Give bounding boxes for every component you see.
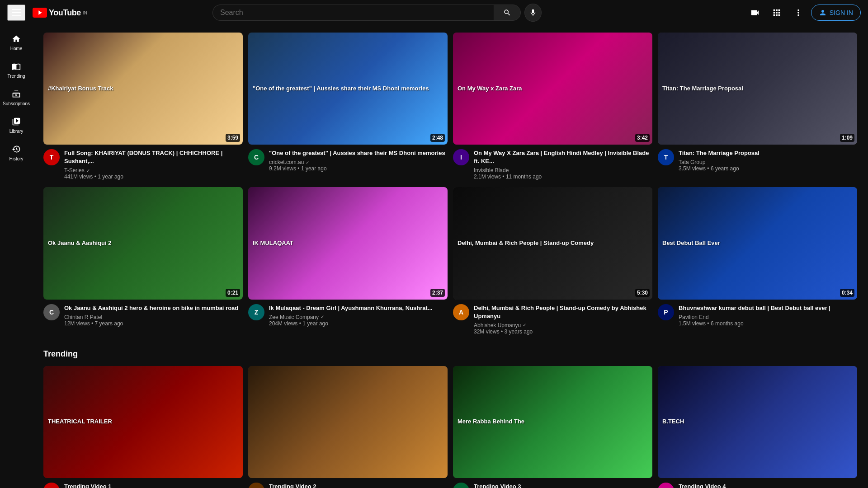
mic-button[interactable] (524, 4, 542, 22)
video-card[interactable]: Delhi, Mumbai & Rich People | Stand-up C… (453, 187, 652, 334)
channel-avatar: P (658, 304, 674, 320)
thumb-overlay: B.TECH (658, 366, 857, 478)
video-meta: On My Way X Zara Zara | English Hindi Me… (474, 149, 652, 180)
video-title: Trending Video 3 (474, 483, 652, 488)
header: YouTubeIN (0, 0, 868, 25)
sidebar-item-history[interactable]: History (0, 139, 33, 167)
thumbnail: On My Way x Zara Zara 3:42 (453, 33, 652, 145)
video-title: Delhi, Mumbai & Rich People | Stand-up C… (474, 304, 652, 320)
video-card[interactable]: C Trending Video 2 Channel 2 (248, 366, 448, 488)
sidebar-item-home[interactable]: Home (0, 29, 33, 56)
thumb-overlay: #Khairiyat Bonus Track (43, 33, 243, 145)
header-left: YouTubeIN (7, 5, 107, 21)
thumb-overlay-text: "One of the greatest" | Aussies share th… (253, 85, 429, 93)
duration-badge: 3:42 (635, 134, 650, 142)
video-camera-icon (750, 8, 760, 18)
thumb-overlay: Titan: The Marriage Proposal (658, 33, 857, 145)
menu-button[interactable] (7, 5, 25, 21)
video-stats: 9.2M views • 1 year ago (269, 165, 448, 172)
channel-avatar: I (453, 149, 469, 165)
channel-avatar: C (658, 483, 674, 488)
video-card[interactable]: Mere Rabba Behind The C Trending Video 3… (453, 366, 652, 488)
search-form (212, 5, 521, 21)
channel-avatar: C (43, 304, 60, 320)
video-meta: "One of the greatest" | Aussies share th… (269, 149, 448, 172)
video-card[interactable]: B.TECH C Trending Video 4 Channel 4 (658, 366, 857, 488)
video-card[interactable]: "One of the greatest" | Aussies share th… (248, 33, 448, 180)
verified-icon: ✓ (321, 314, 324, 319)
more-options-button[interactable] (789, 4, 807, 22)
trending-section-title: Trending (43, 349, 857, 359)
thumb-overlay-text: Titan: The Marriage Proposal (662, 85, 743, 93)
youtube-logo-icon (33, 8, 47, 18)
video-card[interactable]: Ok Jaanu & Aashiqui 2 0:21 C Ok Jaanu & … (43, 187, 243, 334)
video-card[interactable]: THEATRICAL TRAILER C Trending Video 1 Ch… (43, 366, 243, 488)
thumb-overlay: Mere Rabba Behind The (453, 366, 652, 478)
video-card[interactable]: IK MULAQAAT 2:37 Z Ik Mulaqaat - Dream G… (248, 187, 448, 334)
video-meta: Bhuvneshwar kumar debut ball | Best Debu… (679, 304, 857, 327)
duration-badge: 5:30 (635, 289, 650, 297)
duration-badge: 0:34 (840, 289, 854, 297)
apps-icon (772, 8, 782, 18)
create-video-button[interactable] (746, 4, 764, 22)
video-info: C Trending Video 1 Channel 1 (43, 483, 243, 488)
video-title: Bhuvneshwar kumar debut ball | Best Debu… (679, 304, 857, 312)
thumb-overlay-text: IK MULAQAAT (253, 239, 293, 247)
video-meta: Titan: The Marriage Proposal Tata Group … (679, 149, 857, 172)
video-meta: Trending Video 1 Channel 1 (64, 483, 243, 488)
thumb-overlay: Best Debut Ball Ever (658, 187, 857, 299)
video-title: Trending Video 4 (679, 483, 857, 488)
main-content: #Khairiyat Bonus Track 3:59 T Full Song:… (33, 25, 868, 488)
duration-badge: 0:21 (226, 289, 240, 297)
channel-name: T-Series✓ (64, 167, 243, 174)
verified-icon: ✓ (523, 323, 526, 328)
video-stats: 2.1M views • 11 months ago (474, 174, 652, 180)
video-title: Titan: The Marriage Proposal (679, 149, 857, 157)
sign-in-label: SIGN IN (830, 9, 853, 16)
trending-icon (12, 62, 21, 71)
sidebar: Home Trending Subscriptions Library Hist… (0, 25, 33, 488)
logo-country: IN (83, 10, 87, 15)
search-button[interactable] (494, 5, 521, 21)
sidebar-item-subscriptions[interactable]: Subscriptions (0, 84, 33, 112)
thumbnail: Delhi, Mumbai & Rich People | Stand-up C… (453, 187, 652, 299)
thumb-overlay-text: #Khairiyat Bonus Track (48, 85, 113, 93)
sidebar-label-home: Home (10, 46, 23, 51)
video-title: Trending Video 1 (64, 483, 243, 488)
duration-badge: 3:59 (226, 134, 240, 142)
search-input[interactable] (212, 5, 494, 21)
channel-name: Pavilion End (679, 314, 857, 320)
sidebar-item-library[interactable]: Library (0, 112, 33, 139)
video-stats: 12M views • 7 years ago (64, 320, 243, 327)
channel-avatar: Z (248, 304, 264, 320)
video-meta: Ik Mulaqaat - Dream Girl | Ayushmann Khu… (269, 304, 448, 327)
header-center (212, 4, 542, 22)
channel-name: Zee Music Company✓ (269, 314, 448, 320)
sign-in-button[interactable]: SIGN IN (811, 5, 861, 21)
video-card[interactable]: #Khairiyat Bonus Track 3:59 T Full Song:… (43, 33, 243, 180)
thumb-overlay-text: Ok Jaanu & Aashiqui 2 (48, 239, 111, 247)
play-icon (36, 9, 43, 16)
logo-link[interactable]: YouTubeIN (33, 8, 87, 18)
sidebar-item-trending[interactable]: Trending (0, 56, 33, 84)
video-info: C "One of the greatest" | Aussies share … (248, 149, 448, 172)
thumb-overlay: THEATRICAL TRAILER (43, 366, 243, 478)
video-info: C Trending Video 2 Channel 2 (248, 483, 448, 488)
subscriptions-icon (12, 89, 21, 99)
duration-badge: 2:37 (430, 289, 445, 297)
thumb-overlay: Delhi, Mumbai & Rich People | Stand-up C… (453, 187, 652, 299)
video-card[interactable]: Titan: The Marriage Proposal 1:09 T Tita… (658, 33, 857, 180)
channel-avatar: A (453, 304, 469, 320)
channel-avatar: C (248, 149, 264, 165)
thumb-overlay (248, 366, 448, 478)
video-meta: Full Song: KHAIRIYAT (BONUS TRACK) | CHH… (64, 149, 243, 180)
video-info: C Trending Video 4 Channel 4 (658, 483, 857, 488)
channel-avatar: C (453, 483, 469, 488)
thumbnail (248, 366, 448, 478)
video-card[interactable]: On My Way x Zara Zara 3:42 I On My Way X… (453, 33, 652, 180)
apps-button[interactable] (768, 4, 786, 22)
video-card[interactable]: Best Debut Ball Ever 0:34 P Bhuvneshwar … (658, 187, 857, 334)
thumb-overlay-text: Delhi, Mumbai & Rich People | Stand-up C… (458, 239, 594, 247)
video-info: T Full Song: KHAIRIYAT (BONUS TRACK) | C… (43, 149, 243, 180)
more-vert-icon (793, 8, 803, 18)
